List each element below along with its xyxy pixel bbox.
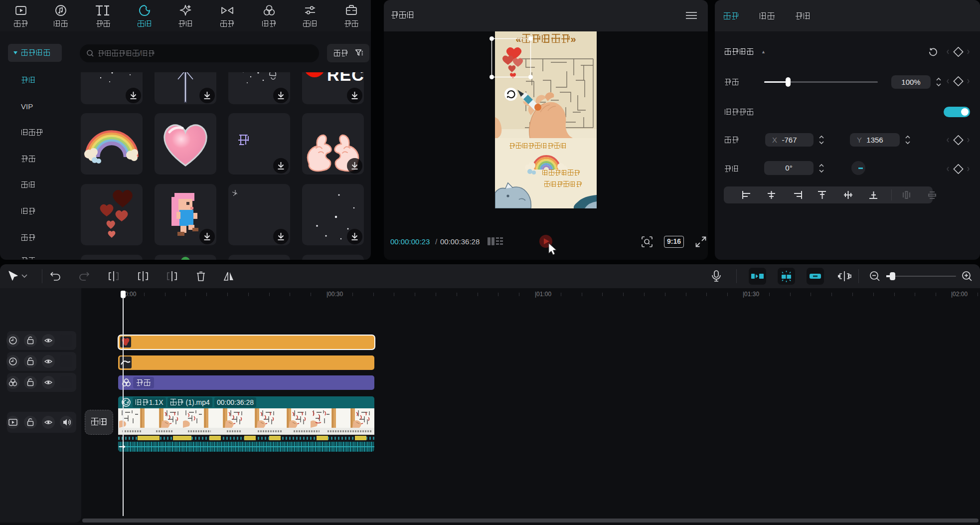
svg-text:REC: REC (327, 72, 364, 84)
